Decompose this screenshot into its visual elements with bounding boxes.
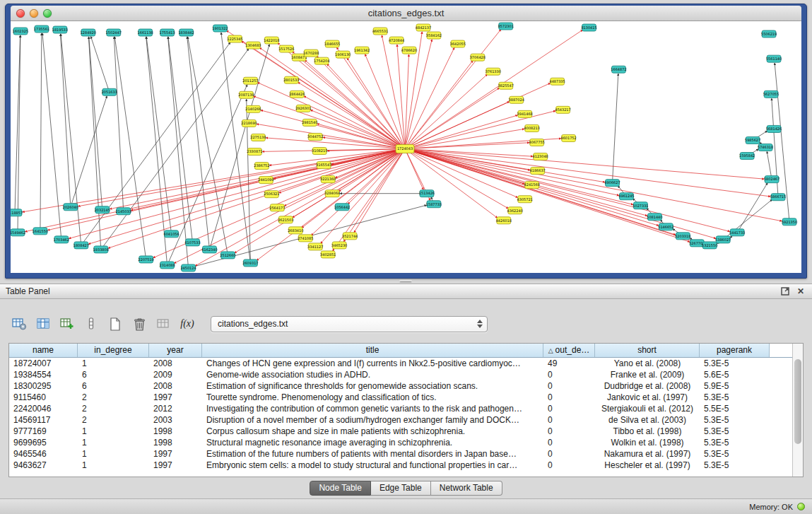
graph-node[interactable]: 2683410 [288,227,303,234]
column-header-pagerank[interactable]: pagerank [700,344,770,357]
graph-node[interactable]: 2926301 [295,105,311,112]
graph-node[interactable]: 3108215 [312,148,327,155]
citation-edge-black[interactable] [767,151,772,179]
table-mode-button[interactable] [8,314,30,334]
graph-node[interactable]: 3521744 [342,233,358,240]
graph-node[interactable]: 5203318 [675,233,690,240]
table-row[interactable]: 946554611997Estimation of the future num… [9,448,803,460]
graph-node[interactable]: 1284920 [81,29,96,36]
tab-network-table[interactable]: Network Table [431,481,502,496]
citation-edge-black[interactable] [71,96,107,207]
citation-edge-red[interactable] [405,149,730,232]
graph-node[interactable]: 3165547 [316,162,331,169]
graph-node[interactable]: 2087139 [238,91,254,98]
citation-edge-black[interactable] [18,35,20,233]
graph-node[interactable]: 3584162 [426,32,442,39]
citation-edge-red[interactable] [78,149,405,206]
graph-node[interactable]: 3761330 [486,68,501,75]
graph-node[interactable]: 2386752 [254,163,269,170]
column-header-short[interactable]: short [595,344,700,357]
citation-edge-red[interactable] [405,149,605,182]
citation-edge-black[interactable] [187,37,210,250]
graph-node[interactable]: 4961245 [618,193,634,200]
graph-node[interactable]: 8130415 [581,24,596,31]
close-window-button[interactable] [16,9,25,18]
citation-edge-black[interactable] [101,49,249,250]
graph-node[interactable]: 1670288 [303,49,319,57]
graph-node[interactable]: 2609317 [242,259,258,267]
table-row[interactable]: 1830029562008Estimation of significance … [9,380,803,392]
citation-edge-black[interactable] [188,37,228,255]
citation-edge-black[interactable] [42,33,61,240]
graph-node[interactable]: 3642055 [450,40,466,47]
graph-node[interactable]: 5746318 [758,144,773,151]
tab-node-table[interactable]: Node Table [310,481,371,496]
delete-table-button[interactable] [129,314,150,334]
citation-edge-red[interactable] [339,149,405,192]
graph-node[interactable]: 1304683 [245,42,261,49]
citation-edge-red[interactable] [405,30,582,148]
graph-node[interactable]: 5802467 [764,176,779,183]
graph-node[interactable]: 1754204 [314,57,329,64]
new-table-button[interactable] [105,314,126,334]
citation-edge-red[interactable] [317,56,405,148]
graph-node[interactable]: 4426018 [496,217,512,224]
table-row[interactable]: 946362711997Embryonic stem cells: a mode… [9,460,803,471]
graph-node[interactable]: 3465230 [331,242,347,249]
graph-node[interactable]: 2032145 [95,206,110,214]
citation-edge-red[interactable] [327,64,405,149]
import-table-button[interactable] [153,314,174,334]
graph-node[interactable]: 4906627 [604,180,620,187]
graph-node[interactable]: 1502447 [106,29,122,36]
graph-node[interactable]: 2621503 [278,216,293,223]
graph-node[interactable]: 2026040 [63,204,78,211]
citation-edge-red[interactable] [405,149,702,245]
graph-node[interactable]: 2145033 [116,208,131,215]
graph-node[interactable]: 5027331 [632,202,648,209]
float-panel-icon[interactable] [779,286,791,297]
graph-node[interactable]: 4842137 [416,24,431,31]
graph-node[interactable]: 5681426 [766,125,782,132]
delete-column-button[interactable] [81,314,102,334]
citation-edge-black[interactable] [114,37,146,259]
citation-edge-red[interactable] [405,61,473,149]
graph-node[interactable]: 1664872 [611,66,626,73]
graph-node[interactable]: 2051633 [102,88,117,95]
graph-node[interactable]: 1641550 [33,228,48,235]
graph-node[interactable]: 1118857 [11,209,23,216]
graph-node[interactable]: 2207519 [139,256,154,263]
table-select-dropdown[interactable]: citations_edges.txt [211,316,488,332]
citation-edge-black[interactable] [737,183,767,233]
graph-node[interactable]: 4362240 [507,207,523,214]
graph-node[interactable]: 2512660 [220,252,235,259]
graph-node[interactable]: 1422018 [264,37,279,44]
column-header-in_degree[interactable]: in_degree [78,344,149,357]
graph-node[interactable]: 3887024 [509,96,524,103]
graph-node[interactable]: 1724043 [396,144,414,153]
column-header-name[interactable]: name [9,344,78,357]
graph-node[interactable]: 2218690 [241,119,257,127]
graph-node[interactable]: 2981540 [302,119,317,126]
graph-node[interactable]: 2314088 [159,262,175,269]
citation-edge-red[interactable] [254,96,405,148]
graph-node[interactable]: 3221360 [320,176,336,183]
graph-node[interactable]: 5146652 [658,223,673,230]
graph-node[interactable]: 5627055 [763,90,779,98]
graph-node[interactable]: 3341127 [307,243,323,250]
citation-edge-black[interactable] [114,37,123,211]
citation-edge-red[interactable] [405,74,488,148]
graph-node[interactable]: 2801533 [283,76,299,83]
graph-node[interactable]: 2011257 [242,77,258,84]
graph-node[interactable]: 2864426 [289,90,305,98]
table-row[interactable]: 1456911722003Disruption of a novel membe… [9,414,803,426]
graph-node[interactable]: 1602325 [13,28,28,35]
graph-node[interactable]: 3706428 [470,54,486,61]
graph-node[interactable]: 3402851 [320,251,336,258]
graph-node[interactable]: 1587733 [426,201,442,208]
graph-node[interactable]: 2450124 [180,264,196,271]
function-builder-button[interactable]: f(x) [177,314,198,334]
table-row[interactable]: 969969511998Structural magnetic resonanc… [9,437,803,448]
graph-node[interactable]: 4186637 [530,168,546,175]
citation-edge-black[interactable] [209,45,269,250]
graph-node[interactable]: 2741085 [298,235,313,242]
